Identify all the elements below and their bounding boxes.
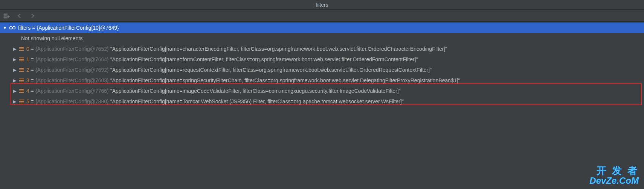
item-type: {ApplicationFilterConfig@7652} [35, 46, 109, 52]
tree-item-row[interactable]: ▶ 5 = {ApplicationFilterConfig@7880} "Ap… [0, 96, 644, 107]
null-message: Not showing null elements [21, 35, 82, 41]
equals-sign: = [31, 77, 34, 83]
expand-arrow-icon[interactable]: ▶ [12, 78, 17, 83]
collapse-arrow-icon[interactable]: ▼ [2, 26, 8, 30]
equals-sign: = [31, 67, 34, 73]
item-index: 0 [26, 46, 29, 52]
svg-rect-18 [19, 101, 24, 102]
watermark: 开 发 者 DevZe.CoM [589, 166, 639, 185]
expand-arrow-icon[interactable]: ▶ [12, 99, 17, 104]
tree-item-row[interactable]: ▶ 1 = {ApplicationFilterConfig@7664} "Ap… [0, 54, 644, 65]
svg-rect-19 [19, 103, 24, 103]
object-list-icon [19, 99, 24, 104]
svg-rect-4 [19, 50, 24, 51]
svg-rect-14 [19, 89, 24, 90]
item-type: {ApplicationFilterConfig@7664} [35, 56, 109, 62]
tree-item-row[interactable]: ▶ 3 = {ApplicationFilterConfig@7603} "Ap… [0, 75, 644, 86]
svg-rect-16 [19, 92, 24, 93]
svg-rect-8 [19, 68, 24, 69]
svg-rect-5 [19, 57, 24, 58]
tree-item-row[interactable]: ▶ 0 = {ApplicationFilterConfig@7652} "Ap… [0, 44, 644, 54]
item-value: "ApplicationFilterConfig[name=characterE… [110, 46, 447, 52]
item-value: "ApplicationFilterConfig[name=imageCodeV… [110, 88, 401, 94]
item-value: "ApplicationFilterConfig[name=springSecu… [110, 77, 460, 83]
object-list-icon [19, 57, 24, 62]
item-index: 2 [26, 67, 29, 73]
item-type: {ApplicationFilterConfig@7603} [35, 77, 109, 83]
watch-glasses-icon [9, 26, 16, 30]
tree-item-row[interactable]: ▶ 2 = {ApplicationFilterConfig@7692} "Ap… [0, 65, 644, 75]
item-type: {ApplicationFilterConfig@7766} [35, 88, 109, 94]
svg-rect-6 [19, 59, 24, 60]
root-type: {ApplicationFilterConfig[10]@7649} [37, 25, 119, 31]
item-index: 3 [26, 77, 29, 83]
expand-arrow-icon[interactable]: ▶ [12, 68, 17, 73]
watermark-en: DevZe.CoM [589, 176, 639, 185]
null-message-row: Not showing null elements [0, 33, 644, 44]
svg-rect-2 [19, 47, 24, 48]
equals-sign: = [31, 88, 34, 94]
svg-rect-15 [19, 91, 24, 91]
back-arrow-icon[interactable] [16, 12, 23, 20]
item-type: {ApplicationFilterConfig@7880} [35, 98, 109, 104]
object-list-icon [19, 46, 24, 51]
svg-rect-13 [19, 82, 24, 82]
item-value: "ApplicationFilterConfig[name=requestCon… [110, 67, 432, 73]
expand-arrow-icon[interactable]: ▶ [12, 57, 17, 62]
equals-sign: = [31, 56, 34, 62]
equals-sign: = [31, 46, 34, 52]
equals-sign: = [32, 25, 35, 31]
window-title: filters [0, 0, 644, 10]
item-index: 5 [26, 98, 29, 104]
item-value: "ApplicationFilterConfig[name=Tomcat Web… [110, 98, 404, 104]
item-index: 4 [26, 88, 29, 94]
object-list-icon [19, 78, 24, 83]
svg-rect-7 [19, 60, 24, 61]
svg-rect-9 [19, 70, 24, 70]
svg-rect-10 [19, 71, 24, 72]
variables-tree: ▼ filters = {ApplicationFilterConfig[10]… [0, 22, 644, 107]
tree-root-row[interactable]: ▼ filters = {ApplicationFilterConfig[10]… [0, 23, 644, 33]
expand-arrow-icon[interactable]: ▶ [12, 47, 17, 51]
watermark-cn: 开 发 者 [589, 166, 639, 176]
object-list-icon [19, 67, 24, 73]
svg-rect-12 [19, 80, 24, 81]
tree-item-row[interactable]: ▶ 4 = {ApplicationFilterConfig@7766} "Ap… [0, 86, 644, 96]
svg-point-0 [10, 27, 12, 29]
equals-sign: = [31, 98, 34, 104]
svg-rect-3 [19, 48, 24, 49]
svg-rect-11 [19, 79, 24, 79]
expand-arrow-icon[interactable]: ▶ [12, 89, 17, 94]
svg-point-1 [13, 27, 15, 29]
new-watch-icon[interactable] [3, 12, 11, 20]
item-type: {ApplicationFilterConfig@7692} [35, 67, 109, 73]
item-index: 1 [26, 56, 29, 62]
toolbar [0, 10, 644, 22]
svg-rect-17 [19, 100, 24, 100]
item-value: "ApplicationFilterConfig[name=formConten… [110, 56, 418, 62]
object-list-icon [19, 88, 24, 94]
root-var-name: filters [18, 25, 31, 31]
forward-arrow-icon[interactable] [29, 12, 36, 20]
